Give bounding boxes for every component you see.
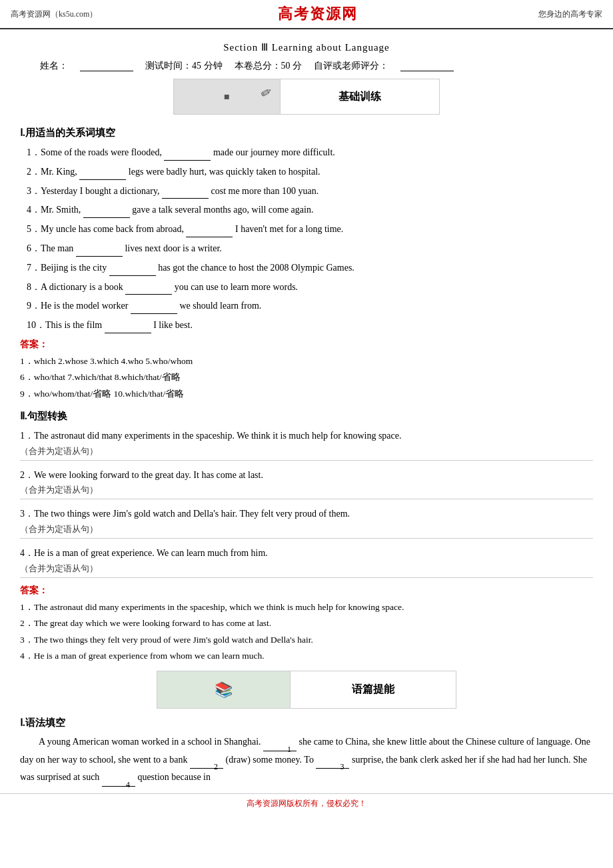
transform-note: （合并为定语从句） xyxy=(20,563,593,575)
cloze-blank-1[interactable]: 1 xyxy=(263,742,297,751)
fill-blank[interactable] xyxy=(105,324,151,333)
part1-item: 9．He is the model worker we should learn… xyxy=(27,298,593,314)
main-content: Ⅰ.用适当的关系词填空 1．Some of the roads were flo… xyxy=(20,127,593,664)
fill-blank[interactable] xyxy=(109,267,156,276)
part3-content: Ⅰ.语法填空 A young American woman worked in … xyxy=(20,717,593,787)
answer-line-text: 9．who/whom/that/省略 10.which/that/省略 xyxy=(20,386,593,402)
part1-item: 8．A dictionary is a book you can use to … xyxy=(27,279,593,295)
banner2: 📚 语篇提能 xyxy=(157,671,456,709)
part1-item: 6．The man lives next door is a writer. xyxy=(27,241,593,257)
part2-list: 1．The astronaut did many experiments in … xyxy=(20,428,593,578)
answer-ii-line: 3．The two things they felt very proud of… xyxy=(20,632,593,648)
answer-ii-line: 1．The astronaut did many experiments in … xyxy=(20,599,593,615)
self-eval-label: 自评或老师评分： xyxy=(314,60,388,72)
answer-write-line[interactable] xyxy=(20,538,593,539)
header-right: 您身边的高考专家 xyxy=(538,9,602,20)
answer-line-text: 6．who/that 7.which/that 8.which/that/省略 xyxy=(20,369,593,385)
answer-write-line[interactable] xyxy=(20,577,593,578)
part1-item: 4．Mr. Smith, gave a talk several months … xyxy=(27,202,593,218)
books-icon: 📚 xyxy=(215,681,233,699)
fill-blank[interactable] xyxy=(186,228,233,237)
banner1-text: 基础训练 xyxy=(281,90,439,104)
student-info: 姓名： 测试时间：45 分钟 本卷总分：50 分 自评或老师评分： xyxy=(40,60,573,72)
cloze-blank-2[interactable]: 2 xyxy=(190,759,223,769)
answer-write-line[interactable] xyxy=(20,460,593,461)
part2-answer-header: 答案： xyxy=(20,585,593,597)
part1-item: 1．Some of the roads were flooded, made o… xyxy=(27,145,593,161)
fill-blank[interactable] xyxy=(125,285,172,295)
part1-item: 7．Beijing is the city has got the chance… xyxy=(27,260,593,276)
fill-blank[interactable] xyxy=(79,171,126,180)
transform-sentence: 4．He is a man of great experience. We ca… xyxy=(20,545,593,561)
transform-note: （合并为定语从句） xyxy=(20,523,593,535)
fill-blank[interactable] xyxy=(131,305,177,314)
answer-write-line[interactable] xyxy=(20,499,593,499)
page-header: 高考资源网（ks5u.com） 高考资源网 您身边的高考专家 xyxy=(0,0,613,29)
transform-sentence: 2．We were looking forward to the great d… xyxy=(20,467,593,483)
header-center: 高考资源网 xyxy=(278,4,358,24)
cloze-blank-4[interactable]: 4 xyxy=(102,777,135,787)
section-title: Section Ⅲ Learning about Language xyxy=(0,41,613,53)
answer-ii-line: 4．He is a man of great experience from w… xyxy=(20,648,593,664)
transform-sentence: 3．The two things were Jim's gold watch a… xyxy=(20,506,593,522)
name-label: 姓名： xyxy=(40,60,68,72)
part1-answers: 1．which 2.whose 3.which 4.who 5.who/whom… xyxy=(20,353,593,402)
banner2-text: 语篇提能 xyxy=(291,683,456,697)
self-eval-blank[interactable] xyxy=(400,61,454,71)
fill-blank[interactable] xyxy=(83,209,130,218)
part1-item: 10．This is the film I like best. xyxy=(27,317,593,333)
pencil-icon: ✏ xyxy=(257,83,275,102)
header-left: 高考资源网（ks5u.com） xyxy=(11,9,97,20)
page-footer: 高考资源网版权所有，侵权必究！ xyxy=(0,793,613,813)
part2-header: Ⅱ.句型转换 xyxy=(20,410,593,423)
fill-blank[interactable] xyxy=(164,151,211,161)
fill-blank[interactable] xyxy=(76,247,123,257)
total-label: 本卷总分：50 分 xyxy=(235,60,303,72)
part1-item: 2．Mr. King, legs were badly hurt, was qu… xyxy=(27,164,593,180)
transform-note: （合并为定语从句） xyxy=(20,445,593,457)
answer-line-text: 1．which 2.whose 3.which 4.who 5.who/whom xyxy=(20,353,593,369)
fill-blank[interactable] xyxy=(162,189,209,199)
cloze-paragraph: A young American woman worked in a schoo… xyxy=(20,733,593,787)
part1-item: 5．My uncle has come back from abroad, I … xyxy=(27,221,593,237)
answer-ii-line: 2．The great day which we were looking fo… xyxy=(20,615,593,631)
time-label: 测试时间：45 分钟 xyxy=(145,60,223,72)
part1-item: 3．Yesterday I bought a dictionary, cost … xyxy=(27,183,593,199)
banner1-image: ✏ xyxy=(174,79,281,114)
name-blank[interactable] xyxy=(80,61,133,71)
part1-answer-header: 答案： xyxy=(20,339,593,351)
banner1: ✏ 基础训练 xyxy=(173,79,440,115)
part1-header: Ⅰ.用适当的关系词填空 xyxy=(20,127,593,139)
banner2-image: 📚 xyxy=(157,671,291,708)
cloze-blank-3[interactable]: 3 xyxy=(316,759,349,769)
transform-sentence: 1．The astronaut did many experiments in … xyxy=(20,428,593,444)
part2-answers: 1．The astronaut did many experiments in … xyxy=(20,599,593,664)
transform-note: （合并为定语从句） xyxy=(20,484,593,496)
part3-header: Ⅰ.语法填空 xyxy=(20,717,593,729)
part1-list: 1．Some of the roads were flooded, made o… xyxy=(27,145,593,333)
